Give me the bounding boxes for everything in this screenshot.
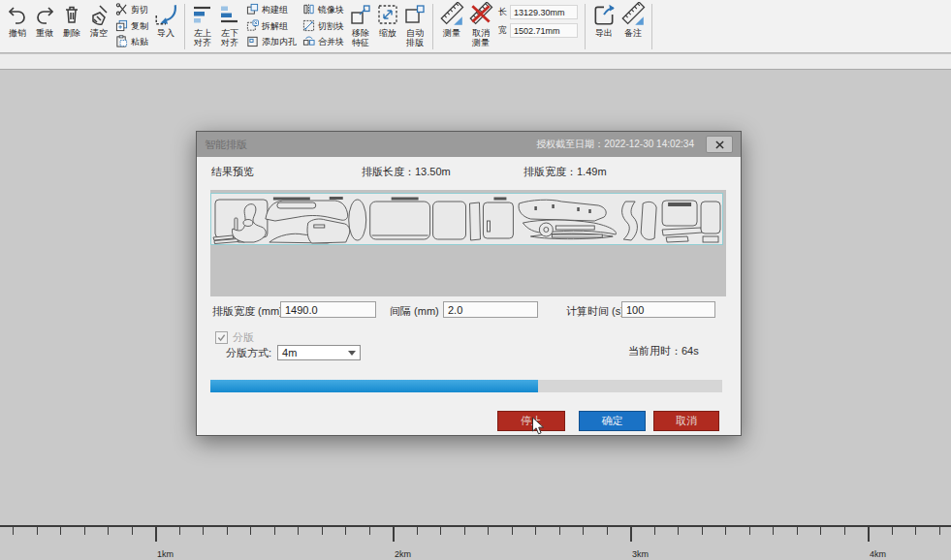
ruler-label: 1km [157, 549, 174, 559]
export-button[interactable]: 导出 [591, 2, 617, 38]
align-bottom-left-icon [218, 2, 241, 27]
copy-icon [115, 19, 128, 34]
length-readout: 长 13129.30mm [498, 5, 578, 19]
ruler-minor-tick [773, 527, 774, 535]
gap-input[interactable] [443, 301, 538, 318]
add-inner-hole-icon [246, 35, 259, 49]
merge-block-button[interactable]: 合并块 [302, 35, 344, 49]
ruler-minor-tick [227, 527, 228, 535]
toolbar-separator [651, 4, 652, 49]
merge-block-icon [302, 35, 315, 49]
ruler-label: 4km [870, 549, 886, 559]
check-icon [217, 333, 226, 342]
copy-button[interactable]: 复制 [115, 19, 148, 34]
toolbar-group-measure: 测量 取消测量 长 13129.30mm 宽 1502.71mm [435, 1, 583, 52]
ruler-minor-tick [132, 527, 133, 535]
ruler-minor-tick [607, 527, 608, 535]
build-group-icon [246, 3, 259, 17]
note-button[interactable]: 备注 [620, 2, 646, 38]
ruler-major-tick [868, 527, 870, 542]
ruler-minor-tick [322, 527, 323, 535]
delete-button[interactable]: 删除 [60, 2, 83, 38]
mouse-cursor [531, 417, 545, 440]
cancel-measure-button[interactable]: 取消测量 [468, 2, 493, 47]
clear-button[interactable]: 清空 [87, 2, 111, 38]
nest-width-readout: 排版宽度：1.49m [523, 165, 607, 179]
ok-button[interactable]: 确定 [579, 411, 646, 431]
toolbar-substrip [0, 54, 951, 70]
ruler-minor-tick [369, 527, 370, 535]
ruler-label: 2km [395, 549, 411, 559]
add-inner-hole-button[interactable]: 添加内孔 [246, 35, 297, 49]
ruler-label: 3km [632, 549, 649, 559]
import-icon [153, 2, 178, 27]
scale-button[interactable]: 缩放 [376, 2, 399, 38]
trash-icon [60, 2, 83, 27]
ruler-minor-tick [464, 527, 465, 535]
import-button[interactable]: 导入 [153, 2, 178, 38]
scissors-icon [115, 3, 128, 17]
width-readout-value: 1502.71mm [510, 23, 578, 38]
ruler-minor-tick [417, 527, 418, 535]
undo-button[interactable]: 撤销 [6, 2, 29, 38]
ungroup-button[interactable]: 拆解组 [246, 19, 297, 34]
dialog-titlebar[interactable]: 智能排版 授权截至日期：2022-12-30 14:02:34 [197, 132, 741, 157]
split-method-dropdown[interactable]: 4m [277, 345, 361, 360]
toolbar-separator [184, 4, 185, 49]
preview-panel [210, 190, 726, 296]
ruler-minor-tick [60, 527, 61, 535]
broom-icon [87, 2, 111, 27]
ruler-minor-tick [678, 527, 679, 535]
calc-time-input[interactable] [621, 301, 715, 318]
ruler-minor-tick [535, 527, 536, 535]
split-method-value: 4m [282, 347, 297, 358]
length-readout-label: 长 [498, 6, 507, 18]
remove-feature-button[interactable]: 移除特征 [349, 2, 372, 47]
ruler: 1km2km3km4km [0, 525, 951, 560]
ruler-minor-tick [939, 527, 940, 535]
dialog-body: 结果预览 排版长度：13.50m 排版宽度：1.49m [197, 157, 741, 435]
nest-length-readout: 排版长度：13.50m [362, 165, 451, 179]
ruler-minor-tick [179, 527, 180, 535]
board-width-input[interactable] [280, 301, 376, 318]
split-checkbox[interactable] [215, 331, 228, 344]
paste-button[interactable]: 粘贴 [115, 35, 148, 49]
mirror-block-button[interactable]: 镜像块 [302, 3, 344, 17]
measure-button[interactable]: 测量 [439, 2, 464, 38]
align-bottom-left-button[interactable]: 左下对齐 [218, 2, 241, 47]
align-top-left-icon [191, 2, 214, 27]
toolbar-group-io: 导出 备注 [587, 1, 650, 52]
ruler-major-tick [155, 527, 157, 542]
result-preview-label: 结果预览 [211, 165, 254, 179]
remove-feature-icon [349, 2, 372, 27]
group-stack: 构建组 拆解组 添加内孔 [246, 3, 297, 49]
auto-nest-icon [403, 2, 427, 27]
cancel-button[interactable]: 取消 [653, 411, 719, 431]
ruler-minor-tick [512, 527, 513, 535]
ruler-minor-tick [820, 527, 821, 535]
auto-nest-button[interactable]: 自动排版 [403, 2, 427, 47]
close-button[interactable] [706, 136, 733, 153]
ruler-minor-tick [725, 527, 726, 535]
ruler-minor-tick [583, 527, 584, 535]
build-group-button[interactable]: 构建组 [246, 3, 297, 17]
ruler-minor-tick [797, 527, 798, 535]
cut-block-button[interactable]: 切割块 [302, 19, 344, 34]
align-top-left-button[interactable]: 左上对齐 [191, 2, 214, 47]
cut-button[interactable]: 剪切 [115, 3, 148, 17]
redo-button[interactable]: 重做 [33, 2, 56, 38]
ruler-minor-tick [440, 527, 441, 535]
width-readout-label: 宽 [498, 24, 507, 37]
mirror-block-icon [302, 3, 315, 17]
toolbar-group-arrange: 左上对齐 左下对齐 构建组 [187, 1, 430, 52]
progress-bar [210, 380, 722, 392]
clipboard-stack: 剪切 复制 粘贴 [115, 3, 148, 49]
ruler-minor-tick [654, 527, 655, 535]
measure-ruler-icon [439, 2, 464, 27]
ruler-minor-tick [559, 527, 560, 535]
toolbar-group-edit: 撤销 重做 删除 清空 [2, 1, 182, 52]
nesting-preview[interactable] [210, 193, 723, 245]
ruler-minor-tick [84, 527, 85, 535]
split-method-row: 分版方式: 4m [226, 345, 361, 360]
measure-readouts: 长 13129.30mm 宽 1502.71mm [498, 5, 578, 38]
